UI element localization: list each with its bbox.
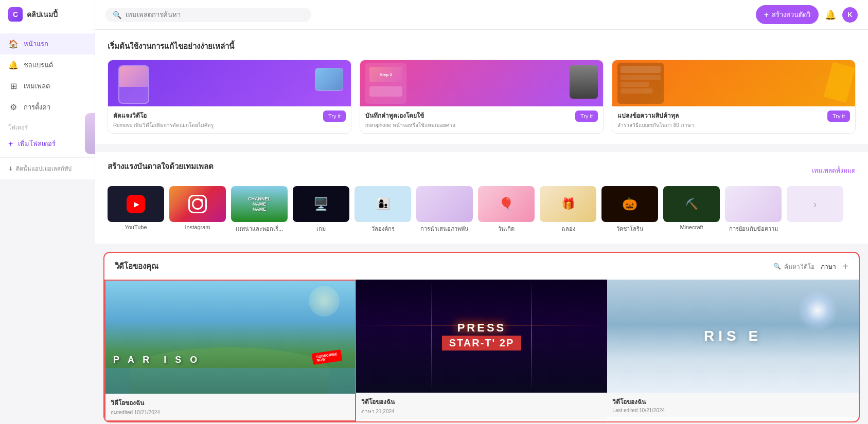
template-thumb-presentation [416, 186, 473, 222]
videos-header: วิดีโอของคุณ 🔍 ค้นหาวิดีโอ ภาษา + [104, 253, 859, 280]
video-card-rise[interactable]: RIS E วิดีโอของฉัน Last edited 10/21/202… [607, 280, 859, 421]
sidebar-footer[interactable]: ⬇ ดิดนั้นแอปเมอเลสก์ทัป [0, 157, 95, 179]
tutorial-title: เริ่มต้นใช้งานการแก้ไขอย่างง่ายเหล่านี้ [108, 40, 856, 52]
tutorial-card-1-sub: Remove เพิ่มวิดีโอเพิ่มการตัดแยกโดยไม่ศั… [113, 121, 319, 129]
presentation-thumbnail [416, 186, 473, 222]
video-grid: P A R I S O SUBSCRIBENOW วิดีโอของฉัน อม… [104, 280, 859, 421]
tutorial-card-2-text: บันทึกคำพูดเองโดยใช้ mxrophone หน้าจอหรื… [365, 110, 571, 129]
instagram-thumbnail [169, 186, 226, 222]
notification-icon[interactable]: 🔔 [825, 9, 836, 21]
see-all-templates-link[interactable]: เทมเพลตทั้งหมด [812, 165, 856, 175]
tutorial-try-1-button[interactable]: Try it [323, 110, 346, 122]
sidebar-panel: C คลิปเนมปี้ 🏠 หน้าแรก 🔔 ชอแบรนด์ ⊞ เทมเ… [0, 0, 95, 179]
sidebar-item-home[interactable]: 🏠 หน้าแรก [0, 33, 95, 54]
template-item-interactive[interactable]: การย้อนกับข้อความ [725, 186, 782, 233]
rise-date: Last edited 10/21/2024 [612, 408, 854, 413]
folder-section-label: โฟเดอร์ [0, 118, 95, 134]
template-item-minecraft[interactable]: ⛏️ Minecraft [663, 186, 720, 233]
tutorial-cards: ตัดแจงวิดีโอ Remove เพิ่มวิดีโอเพิ่มการต… [108, 60, 856, 134]
paradise-info: วิดีโอของฉัน อมtedited 10/21/2024 [105, 394, 355, 420]
tutorial-card-3-text: แปลงข้อความสิปค้าทุล สำรวจวิธีแบบเซกันไน… [617, 110, 823, 129]
press-start-date: ภาษา 21;2024 [361, 408, 603, 415]
yt-play-icon [127, 195, 145, 213]
tutorial-card-2-title: บันทึกคำพูดเองโดยใช้ [365, 110, 571, 120]
template-item-celebration[interactable]: 🎁 ฉลอง [540, 186, 596, 233]
press-neon-text: PRESS STAR-T' 2P [442, 321, 522, 352]
plus-icon: + [764, 10, 769, 20]
tutorial-try-2-button[interactable]: Try it [575, 110, 598, 122]
videos-actions: 🔍 ค้นหาวิดีโอ ภาษา + [773, 261, 848, 272]
tutorial-card-1: ตัดแจงวิดีโอ Remove เพิ่มวิดีโอเพิ่มการต… [108, 60, 351, 134]
tutorial-try-3-button[interactable]: Try it [827, 110, 850, 122]
template-label-presentation: การนำเสนอภาพพัน [416, 224, 473, 233]
template-thumb-channel: CHANNELNAMENAME [231, 186, 288, 222]
paradise-name: วิดีโอของฉัน [111, 398, 350, 408]
home-icon: 🏠 [8, 39, 19, 49]
search-icon: 🔍 [113, 11, 121, 19]
tutorial-card-3-title: แปลงข้อความสิปค้าทุล [617, 110, 823, 120]
template-item-instagram[interactable]: Instagram [169, 186, 226, 233]
templates-icon: ⊞ [8, 81, 19, 91]
template-item-more[interactable]: › [787, 186, 843, 233]
birthday-thumbnail: 🎈 [478, 186, 535, 222]
template-label-instagram: Instagram [169, 224, 226, 230]
avatar[interactable]: K [842, 7, 858, 23]
tutorial-card-1-text: ตัดแจงวิดีโอ Remove เพิ่มวิดีโอเพิ่มการต… [113, 110, 319, 129]
template-thumb-minecraft: ⛏️ [663, 186, 720, 222]
channel-thumbnail: CHANNELNAMENAME [231, 186, 288, 222]
main-content: 🔍 + สร้างสวนตัดวิ 🔔 K เริ่มต้นใช้งานการแ… [95, 0, 868, 424]
tutorial-card-3-image [612, 60, 855, 106]
template-grid: YouTube Instagram CHANNELNAMENAME [108, 186, 856, 235]
your-videos-section: วิดีโอของคุณ 🔍 ค้นหาวิดีโอ ภาษา + [103, 252, 860, 422]
video-card-pressstart[interactable]: PRESS STAR-T' 2P วิดีโอของฉัน ภาษา 21;20… [356, 280, 608, 421]
template-label-celebration: ฉลอง [540, 224, 596, 233]
video-search[interactable]: 🔍 ค้นหาวิดีโอ [773, 262, 814, 271]
game-thumbnail: 🖥️ [293, 186, 349, 222]
template-item-birthday[interactable]: 🎈 วันเกิด [478, 186, 535, 233]
search-bar[interactable]: 🔍 [105, 8, 311, 22]
social-thumbnail: 🎃 [601, 186, 658, 222]
tutorial-card-1-body: ตัดแจงวิดีโอ Remove เพิ่มวิดีโอเพิ่มการต… [108, 106, 351, 133]
sidebar-item-brand[interactable]: 🔔 ชอแบรนด์ [0, 54, 95, 76]
ig-icon [188, 195, 207, 213]
tutorial-card-1-title: ตัดแจงวิดีโอ [113, 110, 319, 120]
template-item-channel[interactable]: CHANNELNAMENAME เมทน่าและพอกเริ่... [231, 186, 288, 233]
sidebar-item-templates-label: เทมเพลต [24, 81, 50, 91]
template-label-minecraft: Minecraft [663, 224, 720, 230]
sidebar-item-brand-label: ชอแบรนด์ [24, 60, 53, 70]
template-item-presentation[interactable]: การนำเสนอภาพพัน [416, 186, 473, 233]
search-input[interactable] [126, 11, 304, 19]
download-icon: ⬇ [8, 165, 13, 172]
press-start-thumb: PRESS STAR-T' 2P [356, 280, 608, 393]
youtube-thumbnail [108, 186, 164, 222]
templates-section: สร้างแรงบันดาลใจด้วยเทมเพลต เทมเพลตทั้งห… [95, 152, 868, 244]
template-thumb-birthday: 🎈 [478, 186, 535, 222]
rise-info: วิดีโอของฉัน Last edited 10/21/2024 [607, 393, 859, 417]
template-item-social[interactable]: 🎃 วัดชาโลริน [601, 186, 658, 233]
template-label-game: เกม [293, 224, 349, 233]
sidebar-item-templates[interactable]: ⊞ เทมเพลต [0, 76, 95, 97]
paradise-date: อมtedited 10/21/2024 [111, 409, 350, 416]
sidebar-item-settings[interactable]: ⚙ การตั้งค่า [0, 97, 95, 118]
template-item-game[interactable]: 🖥️ เกม [293, 186, 349, 233]
add-video-button[interactable]: + [842, 261, 848, 272]
add-folder-button[interactable]: + เพิ่มโฟลเดอร์ [0, 134, 95, 153]
tutorial-section: เริ่มต้นใช้งานการแก้ไขอย่างง่ายเหล่านี้ [95, 30, 868, 144]
template-thumb-more: › [787, 186, 843, 222]
template-item-youtube[interactable]: YouTube [108, 186, 164, 233]
video-card-paradise[interactable]: P A R I S O SUBSCRIBENOW วิดีโอของฉัน อม… [104, 280, 356, 421]
template-item-kids[interactable]: 👩‍👦 วัลองค์กร [355, 186, 411, 233]
template-thumb-youtube [108, 186, 164, 222]
template-thumb-celebration: 🎁 [540, 186, 596, 222]
template-thumb-kids: 👩‍👦 [355, 186, 411, 222]
sidebar-item-home-label: หน้าแรก [24, 39, 48, 49]
sidebar-navigation: 🏠 หน้าแรก 🔔 ชอแบรนด์ ⊞ เทมเพลต ⚙ การตั้ง… [0, 29, 95, 157]
videos-sort[interactable]: ภาษา [821, 262, 836, 271]
create-button[interactable]: + สร้างสวนตัดวิ [756, 5, 819, 24]
template-thumb-game: 🖥️ [293, 186, 349, 222]
settings-icon: ⚙ [8, 102, 19, 112]
create-button-label: สร้างสวนตัดวิ [772, 9, 810, 20]
templates-section-title: สร้างแรงบันดาลใจด้วยเทมเพลต [108, 160, 214, 173]
footer-text: ดิดนั้นแอปเมอเลสก์ทัป [16, 164, 72, 173]
template-label-channel: เมทน่าและพอกเริ่... [231, 224, 288, 233]
